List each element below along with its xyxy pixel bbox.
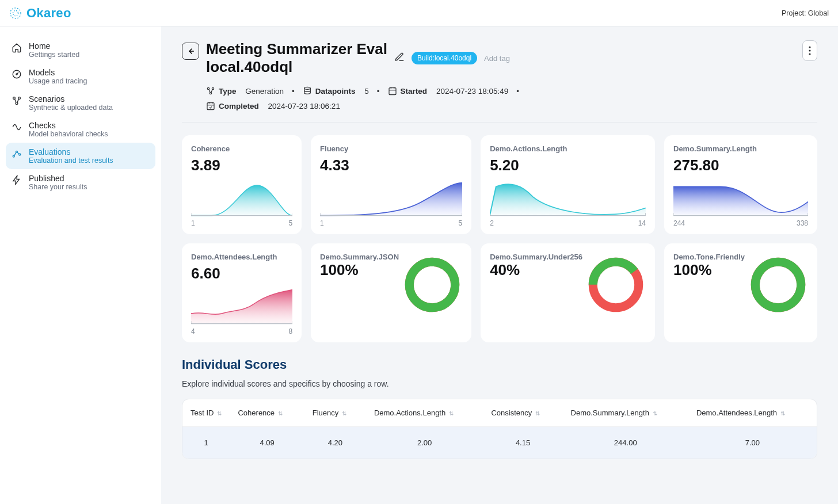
table-row[interactable]: 14.094.202.004.15244.007.00 (182, 427, 817, 459)
meta-started: Started 2024-07-23 18:05:49 (388, 86, 509, 96)
bolt-icon (12, 175, 22, 185)
sidebar-item-evaluations[interactable]: EvaluationsEvaluation and test results (6, 143, 155, 169)
brand-name: Okareo (26, 6, 71, 21)
meta-type: Type Generation (206, 86, 284, 96)
meta-completed: Completed 2024-07-23 18:06:21 (206, 101, 340, 110)
sort-icon: ⇅ (342, 410, 346, 417)
svg-point-42 (409, 262, 455, 307)
column-header[interactable]: Demo.Actions.Length⇅ (366, 399, 483, 427)
back-button[interactable] (182, 43, 199, 60)
metric-card-summary-under256[interactable]: Demo.Summary.Under25640% (481, 243, 655, 342)
add-tag-button[interactable]: Add tag (484, 54, 510, 63)
metric-card-value: 100% (320, 261, 399, 279)
topbar: Okareo Project: Global (0, 0, 838, 26)
metric-card-title: Demo.Actions.Length (490, 144, 646, 153)
individual-scores-subtitle: Explore individual scores and specifics … (182, 379, 817, 388)
sort-icon: ⇅ (278, 410, 283, 417)
metric-card-tone-friendly[interactable]: Demo.Tone.Friendly100% (664, 243, 817, 342)
sidebar-item-checks[interactable]: ChecksModel behavioral checks (6, 116, 155, 143)
metric-card-fluency[interactable]: Fluency4.33 15 (311, 135, 471, 234)
svg-rect-15 (389, 88, 396, 95)
sort-icon: ⇅ (449, 410, 454, 417)
meta-row: Type Generation • Datapoints 5 • (206, 86, 521, 96)
svg-point-24 (809, 49, 810, 51)
table-cell: 244.00 (563, 427, 688, 459)
svg-point-11 (207, 87, 209, 89)
sidebar-item-subtitle: Model behavioral checks (29, 130, 108, 138)
donut-chart (402, 255, 462, 317)
metric-card-title: Coherence (191, 144, 292, 153)
sidebar-item-home[interactable]: HomeGettings started (6, 37, 155, 63)
column-header[interactable]: Demo.Attendees.Length⇅ (688, 399, 817, 427)
sidebar-item-subtitle: Gettings started (29, 51, 79, 59)
table-cell: 2.00 (366, 427, 483, 459)
wave-icon (12, 122, 22, 132)
individual-scores-title: Individual Scores (182, 357, 817, 372)
donut-chart (748, 255, 808, 317)
sidebar-item-subtitle: Synthetic & uploaded data (29, 104, 113, 112)
svg-point-0 (10, 7, 21, 18)
main-content: Meeting Summarizer Eval local.40odql Bui… (161, 26, 838, 504)
metric-card-actions-length[interactable]: Demo.Actions.Length5.20 214 (481, 135, 655, 234)
home-icon (12, 43, 22, 53)
sidebar-item-title: Published (29, 174, 87, 183)
svg-rect-19 (207, 103, 214, 110)
column-header[interactable]: Coherence⇅ (230, 399, 304, 427)
donut-chart (586, 255, 646, 317)
more-actions-button[interactable] (802, 40, 817, 61)
svg-point-1 (13, 10, 18, 16)
edit-title-button[interactable] (394, 52, 405, 64)
metric-card-attendees-length[interactable]: Demo.Attendees.Length6.60 48 (182, 243, 302, 342)
table-cell: 4.09 (230, 427, 304, 459)
scores-table: Test ID⇅Coherence⇅Fluency⇅Demo.Actions.L… (182, 399, 817, 459)
metric-card-coherence[interactable]: Coherence3.89 15 (182, 135, 302, 234)
brand-logo-icon (9, 7, 22, 20)
sparkline-chart: 15 (191, 178, 292, 227)
table-cell: 4.20 (304, 427, 366, 459)
svg-point-23 (809, 46, 810, 48)
sort-icon: ⇅ (653, 410, 657, 417)
svg-point-46 (755, 262, 801, 307)
metric-cards-grid: Coherence3.89 15Fluency4.33 (182, 135, 817, 342)
metric-card-title: Demo.Attendees.Length (191, 253, 292, 261)
svg-point-13 (209, 92, 211, 94)
sidebar: HomeGettings startedModelsUsage and trac… (0, 26, 161, 504)
sort-icon: ⇅ (535, 410, 540, 417)
metric-card-title: Demo.Summary.Under256 (490, 253, 582, 261)
sidebar-item-scenarios[interactable]: ScenariosSynthetic & uploaded data (6, 90, 155, 116)
database-icon (303, 86, 312, 96)
sort-icon: ⇅ (217, 410, 222, 417)
sidebar-item-published[interactable]: PublishedShare your results (6, 169, 155, 196)
page-header: Meeting Summarizer Eval local.40odql Bui… (182, 40, 817, 110)
column-header[interactable]: Test ID⇅ (182, 399, 230, 427)
metric-card-summary-length[interactable]: Demo.Summary.Length275.80 244338 (664, 135, 817, 234)
column-header[interactable]: Demo.Summary.Length⇅ (563, 399, 688, 427)
sidebar-item-subtitle: Share your results (29, 183, 87, 191)
sidebar-item-models[interactable]: ModelsUsage and tracing (6, 63, 155, 90)
project-selector[interactable]: Project: Global (782, 9, 829, 17)
sparkline-chart: 214 (490, 178, 646, 227)
sidebar-item-title: Home (29, 41, 79, 51)
svg-point-14 (304, 87, 310, 89)
sidebar-item-title: Checks (29, 121, 108, 130)
sidebar-item-title: Models (29, 68, 87, 77)
metric-card-title: Fluency (320, 144, 462, 153)
table-cell: 7.00 (688, 427, 817, 459)
column-header[interactable]: Consistency⇅ (483, 399, 562, 427)
brand[interactable]: Okareo (9, 6, 71, 21)
svg-point-4 (13, 97, 16, 100)
sort-icon: ⇅ (780, 410, 785, 417)
metric-card-value: 6.60 (191, 265, 292, 282)
sparkline-chart: 15 (320, 178, 462, 227)
column-header[interactable]: Fluency⇅ (304, 399, 366, 427)
svg-point-7 (13, 155, 14, 157)
build-tag-pill[interactable]: Build:local.40odql (412, 52, 477, 64)
svg-point-3 (16, 74, 17, 75)
sidebar-item-title: Scenarios (29, 94, 113, 104)
sparkline-chart: 244338 (673, 178, 808, 227)
svg-point-12 (212, 87, 214, 89)
metric-card-summary-json[interactable]: Demo.Summary.JSON100% (311, 243, 471, 342)
sidebar-item-title: Evaluations (29, 147, 113, 156)
metric-card-value: 275.80 (673, 156, 808, 174)
graph-icon (12, 148, 22, 159)
